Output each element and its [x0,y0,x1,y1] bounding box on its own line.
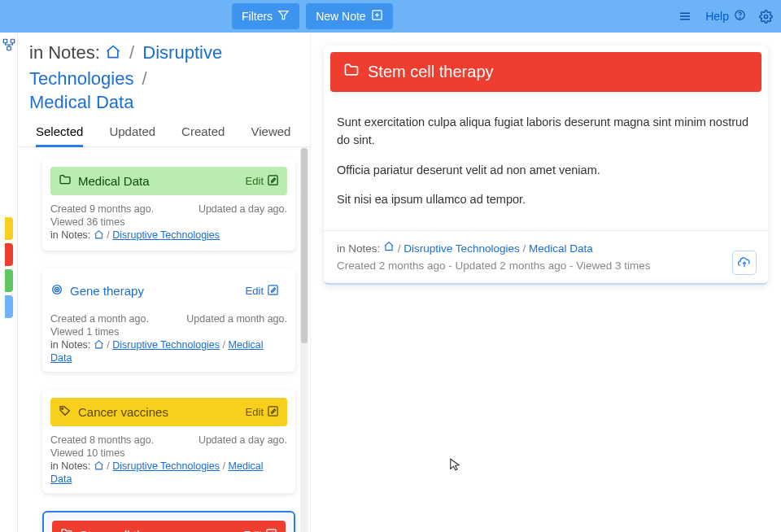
folder-icon [59,173,72,189]
footer-prefix: in Notes: [337,242,380,255]
scrollbar[interactable] [300,146,308,532]
help-link[interactable]: Help [705,9,746,24]
detail-pane: Stem cell therapy Sunt exercitation culp… [311,33,781,532]
detail-body: Sunt exercitation culpa aliqua fugiat la… [324,98,768,230]
card-header: Medical DataEdit [50,167,287,195]
svg-point-9 [764,15,767,18]
svg-rect-20 [267,529,276,532]
folder-icon [343,62,360,82]
edit-button[interactable]: Edit [246,284,279,299]
detail-paragraph: Sunt exercitation culpa aliqua fugiat la… [337,113,755,150]
edit-icon [265,528,277,532]
note-card[interactable]: Medical DataEdit Created 9 months ago.Up… [42,159,295,251]
card-path: in Notes: / Disruptive Technologies / Me… [50,460,287,485]
tab-created[interactable]: Created [181,124,225,146]
breadcrumb: in Notes: / Disruptive Technologies / Me… [18,33,310,118]
card-updated: Updated a day ago. [199,203,287,215]
filters-button[interactable]: Filters [232,3,299,29]
note-list-pane: in Notes: / Disruptive Technologies / Me… [18,33,311,532]
note-card[interactable]: Stem cell therapyEdit Created 2 months a… [42,511,295,532]
plus-square-icon [371,9,383,24]
breadcrumb-link[interactable]: Disruptive Technologies [112,339,220,351]
help-label: Help [705,10,729,23]
breadcrumb-level2[interactable]: Medical Data [29,92,133,112]
edit-button[interactable]: Edit [246,174,279,189]
detail-card: Stem cell therapy Sunt exercitation culp… [324,46,768,285]
home-icon[interactable] [94,462,104,473]
card-viewed: Viewed 10 times [50,447,287,459]
top-toolbar: Filters New Note Help [0,0,781,33]
detail-footer: in Notes: / Disruptive Technologies / Me… [324,230,768,283]
note-card[interactable]: Cancer vaccinesEdit Created 8 months ago… [42,390,295,493]
card-updated: Updated a day ago. [199,434,287,446]
tab-selected[interactable]: Selected [36,124,83,147]
home-icon[interactable] [94,341,104,352]
detail-title: Stem cell therapy [368,63,494,81]
list-tabs: SelectedUpdatedCreatedViewed [18,118,310,147]
card-header: Cancer vaccinesEdit [50,398,287,426]
card-viewed: Viewed 36 times [50,216,287,228]
edit-icon [267,405,279,420]
filter-icon [277,9,290,24]
breadcrumb-link[interactable]: Disruptive Technologies [404,242,519,255]
tree-toggle-icon[interactable] [2,37,16,55]
svg-marker-0 [279,11,288,20]
card-viewed: Viewed 1 times [50,326,287,338]
detail-paragraph: Officia pariatur deserunt velit ad non a… [337,161,755,179]
card-list: Medical DataEdit Created 9 months ago.Up… [18,147,310,532]
sidebar-chip[interactable] [5,217,13,240]
footer-meta: Created 2 months ago - Updated 2 months … [337,259,755,272]
card-updated: Updated a month ago. [186,313,287,325]
cursor-icon [447,456,462,476]
sidebar-chip[interactable] [5,269,13,292]
breadcrumb-link[interactable]: Disruptive Technologies [112,460,220,472]
note-card[interactable]: Gene therapyEdit Created a month ago.Upd… [42,268,295,372]
card-title: Gene therapy [70,284,239,298]
card-created: Created a month ago. [50,313,149,325]
card-header: Stem cell therapyEdit [52,521,286,532]
home-icon[interactable] [94,231,104,242]
edit-button[interactable]: Edit [244,528,277,532]
svg-point-8 [740,17,740,18]
menu-icon[interactable] [678,9,692,24]
upload-button[interactable] [732,251,757,275]
new-note-button[interactable]: New Note [306,3,392,29]
help-icon [734,9,746,24]
footer-path: / Disruptive Technologies / Medical Data [398,242,593,255]
breadcrumb-prefix: in Notes: [29,42,100,63]
sidebar-color-chips [5,217,13,318]
card-created: Created 9 months ago. [50,203,154,215]
svg-rect-10 [3,39,7,43]
card-header: Gene therapyEdit [50,277,287,305]
scrollbar-thumb[interactable] [301,148,308,343]
sidebar-chip[interactable] [5,243,13,266]
breadcrumb-link[interactable]: Disruptive Technologies [112,229,220,241]
card-title: Cancer vaccines [78,405,239,419]
detail-paragraph: Sit nisi ea ipsum ullamco ad tempor. [337,190,755,208]
svg-rect-12 [7,46,11,50]
breadcrumb-link[interactable]: Medical Data [529,242,593,255]
edit-icon [267,174,279,189]
sidebar-chip[interactable] [5,295,13,318]
svg-rect-11 [11,39,15,43]
svg-point-16 [56,289,57,290]
card-path: in Notes: / Disruptive Technologies / Me… [50,339,287,364]
target-icon [50,283,63,299]
tab-viewed[interactable]: Viewed [251,124,290,146]
home-icon[interactable] [383,242,398,255]
card-path: in Notes: / Disruptive Technologies [50,229,287,242]
new-note-label: New Note [316,10,365,23]
detail-header: Stem cell therapy [330,52,761,92]
filters-label: Filters [242,10,273,23]
tab-updated[interactable]: Updated [109,124,155,146]
gear-icon[interactable] [759,10,773,24]
tag-icon [59,404,72,420]
home-icon[interactable] [105,44,126,64]
sidebar-stub [0,33,18,532]
card-title: Stem cell therapy [80,528,238,532]
edit-button[interactable]: Edit [246,405,279,420]
card-created: Created 8 months ago. [50,434,154,446]
edit-icon [267,284,279,299]
svg-point-18 [62,408,63,409]
folder-icon [60,527,73,532]
